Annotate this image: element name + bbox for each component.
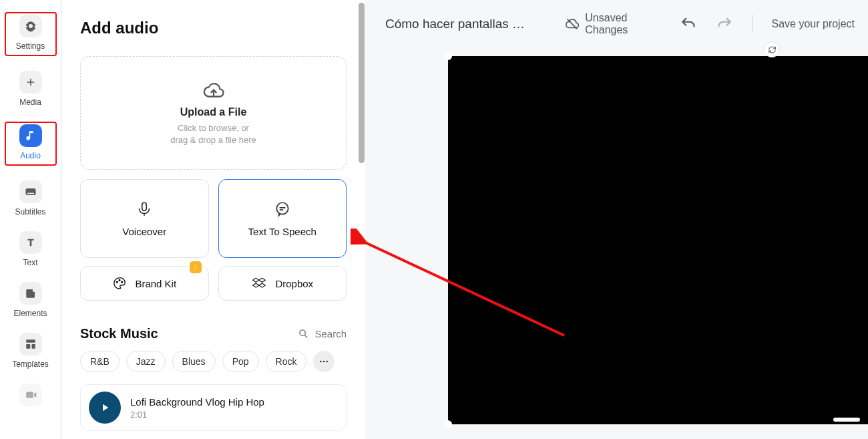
- search-icon: [298, 328, 309, 339]
- topbar: Cómo hacer pantallas final... Unsaved Ch…: [365, 0, 868, 48]
- sidebar-item-audio[interactable]: Audio: [7, 124, 54, 160]
- record-icon: [19, 384, 42, 406]
- brand-kit-button[interactable]: ⚡ Brand Kit: [80, 266, 209, 301]
- svg-rect-5: [26, 392, 33, 398]
- sidebar-item-templates[interactable]: Templates: [7, 333, 54, 369]
- sidebar-item-label: Media: [19, 98, 41, 107]
- microphone-icon: [136, 200, 153, 218]
- svg-rect-2: [26, 339, 35, 343]
- svg-point-14: [327, 361, 329, 363]
- save-project-button[interactable]: Save your project: [772, 18, 855, 30]
- palette-icon: [112, 276, 127, 291]
- svg-point-9: [119, 280, 120, 281]
- genre-chip[interactable]: Jazz: [126, 351, 166, 372]
- plus-icon: [19, 71, 42, 94]
- svg-rect-3: [26, 344, 30, 349]
- cloud-upload-icon: [202, 80, 225, 102]
- genre-chip[interactable]: Blues: [172, 351, 216, 372]
- sidebar-item-label: Text: [23, 258, 37, 267]
- sync-icon: [764, 41, 780, 57]
- genre-chip[interactable]: Pop: [222, 351, 259, 372]
- genre-more-button[interactable]: [313, 351, 335, 372]
- track-title: Lofi Background Vlog Hip Hop: [130, 396, 264, 408]
- svg-rect-6: [142, 202, 147, 210]
- text-icon: [19, 231, 42, 254]
- upload-title: Upload a File: [180, 106, 247, 118]
- redo-button[interactable]: [716, 14, 734, 34]
- project-title[interactable]: Cómo hacer pantallas final...: [385, 17, 527, 31]
- dropbox-icon: [251, 276, 267, 291]
- sidebar-item-label: Templates: [12, 359, 49, 369]
- sidebar-item-label: Audio: [20, 151, 41, 160]
- sidebar-item-settings[interactable]: Settings: [7, 15, 54, 51]
- genre-chip[interactable]: Rock: [266, 351, 307, 372]
- divider: [752, 15, 753, 33]
- undo-button[interactable]: [679, 14, 697, 34]
- svg-rect-1: [27, 193, 34, 194]
- svg-point-13: [323, 361, 325, 363]
- tts-label: Text To Speech: [248, 226, 316, 237]
- upload-subtitle: Click to browse, or drag & drop a file h…: [170, 122, 256, 146]
- voiceover-card[interactable]: Voiceover: [80, 179, 209, 258]
- templates-icon: [19, 333, 42, 355]
- sticker-icon: [19, 282, 42, 305]
- genre-chips: R&B Jazz Blues Pop Rock: [80, 351, 347, 372]
- genre-chip[interactable]: R&B: [80, 351, 120, 372]
- music-note-icon: [19, 124, 42, 147]
- ellipsis-icon: [318, 356, 329, 367]
- cloud-off-icon: [565, 17, 580, 31]
- sidebar-item-text[interactable]: Text: [7, 231, 54, 267]
- text-to-speech-card[interactable]: Text To Speech: [218, 179, 347, 258]
- svg-point-7: [276, 202, 288, 214]
- upload-dropzone[interactable]: Upload a File Click to browse, or drag &…: [80, 56, 347, 170]
- stock-music-title: Stock Music: [80, 326, 158, 341]
- track-duration: 2:01: [130, 410, 264, 420]
- play-button[interactable]: [89, 392, 121, 424]
- highlight-settings: Settings: [5, 12, 57, 56]
- sidebar-item-subtitles[interactable]: Subtitles: [7, 180, 54, 216]
- resize-handle-top-left[interactable]: [444, 52, 452, 60]
- svg-rect-4: [31, 344, 35, 349]
- panel-title: Add audio: [80, 19, 347, 37]
- dropbox-button[interactable]: Dropbox: [218, 266, 347, 301]
- search-label: Search: [314, 328, 347, 339]
- resize-handle-bottom-left[interactable]: [444, 420, 452, 428]
- sidebar-item-label: Elements: [13, 309, 47, 318]
- chat-icon: [274, 200, 291, 218]
- svg-point-12: [320, 361, 322, 363]
- scrollbar[interactable]: [359, 3, 365, 163]
- brand-kit-label: Brand Kit: [135, 278, 176, 289]
- dropbox-label: Dropbox: [275, 278, 313, 289]
- svg-point-11: [300, 330, 306, 336]
- bolt-badge-icon: ⚡: [190, 261, 202, 273]
- sidebar-item-label: Settings: [16, 41, 45, 51]
- svg-point-8: [117, 281, 118, 283]
- svg-rect-0: [25, 188, 35, 195]
- highlight-audio: Audio: [5, 122, 57, 166]
- unsaved-indicator: Unsaved Changes: [565, 12, 660, 36]
- sidebar: Settings Media Audio Subtitles: [0, 0, 61, 439]
- track-item[interactable]: Lofi Background Vlog Hip Hop 2:01: [80, 384, 347, 431]
- stock-search-button[interactable]: Search: [298, 328, 347, 339]
- svg-point-10: [122, 281, 123, 283]
- gear-icon: [19, 15, 42, 37]
- resize-handle-bottom[interactable]: [833, 418, 860, 422]
- unsaved-label: Unsaved Changes: [585, 12, 660, 36]
- sidebar-item-media[interactable]: Media: [7, 71, 54, 107]
- sidebar-item-label: Subtitles: [15, 207, 45, 216]
- sidebar-item-record[interactable]: [7, 384, 54, 406]
- video-canvas[interactable]: [448, 56, 868, 424]
- voiceover-label: Voiceover: [122, 226, 166, 237]
- canvas-column: Cómo hacer pantallas final... Unsaved Ch…: [365, 0, 868, 439]
- panel-add-audio: Add audio Upload a File Click to browse,…: [61, 0, 365, 439]
- sidebar-item-elements[interactable]: Elements: [7, 282, 54, 318]
- subtitle-icon: [19, 180, 42, 203]
